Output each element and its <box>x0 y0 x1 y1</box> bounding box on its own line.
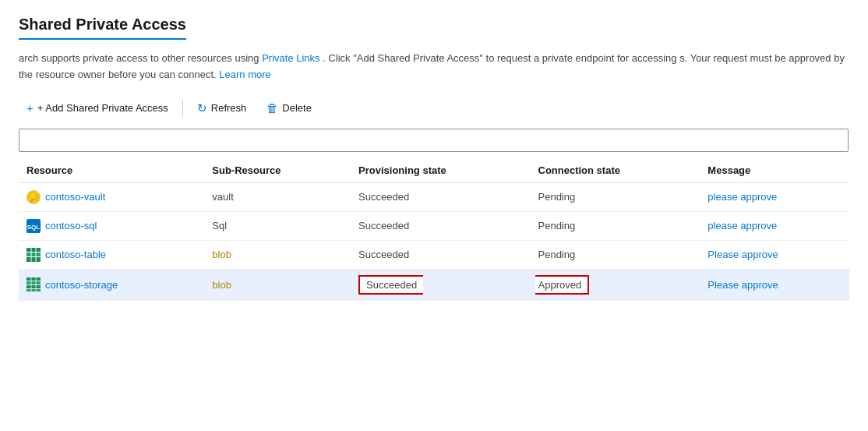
svg-rect-5 <box>26 253 41 256</box>
resource-name: contoso-sql <box>45 220 97 231</box>
search-input[interactable] <box>19 129 849 152</box>
connection-state-cell: Pending <box>531 240 700 269</box>
add-button-label: + Add Shared Private Access <box>37 102 168 114</box>
message-link[interactable]: please approve <box>707 191 777 203</box>
resource-link[interactable]: 🔑 contoso-vault <box>26 190 196 204</box>
col-connection-state: Connection state <box>531 158 700 183</box>
resource-link[interactable]: contoso-table <box>26 248 196 262</box>
provisioning-state-cell: Succeeded <box>351 182 530 211</box>
provisioning-state-value: Succeeded <box>358 191 409 203</box>
message-link[interactable]: please approve <box>707 220 777 231</box>
refresh-button[interactable]: ↻ Refresh <box>189 97 255 119</box>
sub-resource-cell: blob <box>204 240 351 269</box>
resource-name: contoso-table <box>45 249 106 260</box>
vault-icon: 🔑 <box>26 190 41 204</box>
connection-state-value: Pending <box>538 220 576 231</box>
toolbar-divider <box>182 100 183 117</box>
col-resource: Resource <box>19 158 204 183</box>
col-sub-resource: Sub-Resource <box>204 158 351 183</box>
resource-cell: contoso-storage <box>19 269 204 300</box>
resource-cell: contoso-table <box>19 240 204 269</box>
sub-resource-value: Sql <box>212 220 227 231</box>
add-icon: + <box>26 101 34 115</box>
page-title: Shared Private Access <box>19 16 186 40</box>
svg-rect-4 <box>26 248 41 252</box>
learn-more-link[interactable]: Learn more <box>219 69 270 80</box>
provisioning-state-value: Succeeded <box>358 220 409 231</box>
provisioning-state-highlighted: Succeeded <box>358 275 423 295</box>
connection-state-cell: Pending <box>531 211 700 240</box>
provisioning-state-cell: Succeeded <box>351 211 530 240</box>
table-header-row: Resource Sub-Resource Provisioning state… <box>19 158 849 183</box>
private-links-link[interactable]: Private Links <box>262 52 319 64</box>
connection-state-highlighted: Approved <box>535 275 590 295</box>
resource-link[interactable]: contoso-storage <box>26 277 196 291</box>
sub-resource-value: vault <box>212 191 233 203</box>
provisioning-state-value: Succeeded <box>358 249 409 260</box>
description-text: arch supports private access to other re… <box>19 52 262 64</box>
sub-resource-cell: Sql <box>204 211 351 240</box>
message-link[interactable]: Please approve <box>707 279 778 291</box>
resources-table: Resource Sub-Resource Provisioning state… <box>19 158 849 301</box>
sub-resource-cell: vault <box>204 182 351 211</box>
message-cell: please approve <box>700 211 849 240</box>
message-cell: Please approve <box>700 240 849 269</box>
message-cell: please approve <box>700 182 849 211</box>
svg-rect-11 <box>26 285 41 288</box>
delete-button[interactable]: 🗑 Delete <box>259 97 319 118</box>
resource-cell: SQL contoso-sql <box>19 211 204 240</box>
svg-rect-9 <box>26 277 41 281</box>
connection-state-cell: Approved <box>531 269 700 300</box>
col-provisioning-state: Provisioning state <box>351 158 530 183</box>
sub-resource-cell: blob <box>204 269 351 300</box>
provisioning-state-cell: Succeeded <box>351 269 530 300</box>
svg-rect-12 <box>26 289 41 291</box>
toolbar: + + Add Shared Private Access ↻ Refresh … <box>19 97 849 119</box>
col-message: Message <box>700 158 849 183</box>
page-description: arch supports private access to other re… <box>19 51 845 83</box>
resource-link[interactable]: SQL contoso-sql <box>26 219 196 233</box>
table-row[interactable]: 🔑 contoso-vault vaultSucceededPendingple… <box>19 182 849 211</box>
sql-icon: SQL <box>26 219 41 233</box>
connection-state-value: Pending <box>538 191 576 203</box>
table-icon <box>26 248 41 262</box>
connection-state-value: Pending <box>538 249 576 260</box>
storage-icon <box>26 277 41 291</box>
message-cell: Please approve <box>700 269 849 300</box>
refresh-icon: ↻ <box>197 101 207 115</box>
sub-resource-value: blob <box>212 249 231 260</box>
svg-text:SQL: SQL <box>27 224 41 231</box>
svg-rect-6 <box>26 257 41 262</box>
table-row[interactable]: SQL contoso-sql SqlSucceededPendingpleas… <box>19 211 849 240</box>
add-shared-private-access-button[interactable]: + + Add Shared Private Access <box>19 97 176 118</box>
table-row[interactable]: contoso-storage blobSucceededApprovedPle… <box>19 269 849 300</box>
delete-icon: 🗑 <box>266 101 278 115</box>
resource-name: contoso-storage <box>45 279 118 291</box>
svg-rect-10 <box>26 281 41 284</box>
message-link[interactable]: Please approve <box>707 249 778 260</box>
resource-cell: 🔑 contoso-vault <box>19 182 204 211</box>
provisioning-state-cell: Succeeded <box>351 240 530 269</box>
resource-name: contoso-vault <box>45 191 105 203</box>
svg-text:🔑: 🔑 <box>29 193 39 203</box>
sub-resource-value: blob <box>212 279 231 291</box>
table-row[interactable]: contoso-table blobSucceededPendingPlease… <box>19 240 849 269</box>
refresh-label: Refresh <box>211 102 247 114</box>
delete-label: Delete <box>282 102 312 114</box>
connection-state-cell: Pending <box>531 182 700 211</box>
